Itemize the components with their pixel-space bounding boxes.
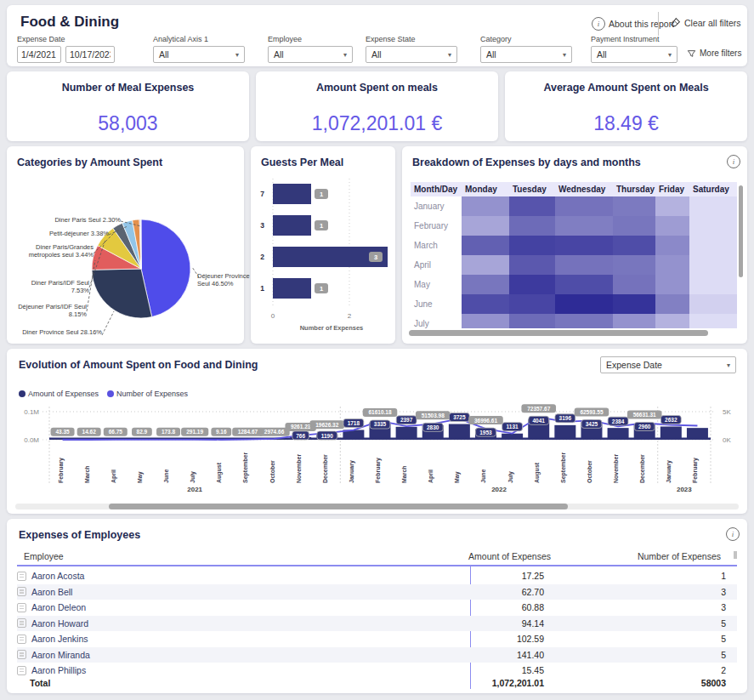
heatmap-month-label[interactable]: April bbox=[411, 255, 462, 275]
table-row[interactable]: Aaron Miranda141.405 bbox=[17, 647, 737, 663]
heatmap-table[interactable]: Month/DayMondayTuesdayWednesdayThursdayF… bbox=[411, 182, 737, 328]
drill-through-icon[interactable] bbox=[17, 635, 26, 644]
heatmap-cell[interactable] bbox=[462, 314, 509, 328]
employee-cell[interactable]: Aaron Howard bbox=[17, 618, 88, 629]
evolution-chart[interactable]: 0.1M0.0M5K0K202120222023FebruaryMarchApr… bbox=[12, 400, 742, 500]
heatmap-cell[interactable] bbox=[613, 255, 655, 275]
heatmap-cell[interactable] bbox=[689, 216, 737, 236]
heatmap-cell[interactable] bbox=[555, 314, 613, 328]
heatmap-cell[interactable] bbox=[509, 216, 555, 236]
heatmap-cell[interactable] bbox=[689, 255, 737, 275]
expense-date-start-input[interactable] bbox=[17, 46, 61, 63]
drill-through-icon[interactable] bbox=[17, 572, 26, 581]
info-icon[interactable]: i bbox=[726, 527, 740, 541]
heatmap-cell[interactable] bbox=[462, 196, 509, 216]
guests-bar[interactable] bbox=[273, 184, 311, 204]
employee-cell[interactable]: Aaron Jenkins bbox=[17, 634, 88, 644]
evolution-bar[interactable] bbox=[449, 424, 470, 440]
heatmap-cell[interactable] bbox=[462, 294, 509, 314]
heatmap-cell[interactable] bbox=[655, 294, 689, 314]
heatmap-cell[interactable] bbox=[613, 314, 655, 328]
heatmap-cell[interactable] bbox=[555, 216, 613, 236]
heatmap-cell[interactable] bbox=[462, 275, 509, 294]
table-row[interactable]: Aaron Deleon60.883 bbox=[17, 600, 737, 616]
employee-cell[interactable]: Aaron Miranda bbox=[17, 650, 90, 660]
guests-bar[interactable] bbox=[273, 278, 311, 299]
heatmap-day-header[interactable]: Monday bbox=[462, 182, 509, 196]
employee-cell[interactable]: Aaron Bell bbox=[17, 587, 72, 597]
heatmap-day-header[interactable]: Friday bbox=[655, 182, 689, 196]
heatmap-cell[interactable] bbox=[655, 255, 689, 275]
guests-bar[interactable] bbox=[273, 215, 311, 236]
employee-cell[interactable]: Aaron Phillips bbox=[17, 665, 86, 675]
heatmap-month-label[interactable]: May bbox=[411, 275, 462, 294]
pie-chart[interactable]: Diner Paris Seul 2.30%Petit-déjeuner 3.3… bbox=[7, 168, 244, 340]
heatmap-vertical-scrollbar[interactable] bbox=[739, 185, 743, 277]
clear-all-filters-button[interactable]: Clear all filters bbox=[670, 17, 741, 28]
table-row[interactable]: Aaron Jenkins102.595 bbox=[17, 631, 737, 647]
heatmap-day-header[interactable]: Thursday bbox=[613, 182, 655, 196]
heatmap-month-label[interactable]: June bbox=[411, 294, 462, 314]
heatmap-cell[interactable] bbox=[689, 314, 737, 328]
heatmap-cell[interactable] bbox=[613, 294, 655, 314]
table-row[interactable]: Aaron Acosta17.251 bbox=[17, 568, 737, 584]
heatmap-cell[interactable] bbox=[509, 196, 555, 216]
more-filters-button[interactable]: More filters bbox=[687, 48, 741, 58]
pie-slice-1[interactable] bbox=[92, 269, 152, 318]
heatmap-cell[interactable] bbox=[555, 255, 613, 275]
guests-bar-chart[interactable]: 0271312311Number of Expenses bbox=[251, 172, 395, 340]
legend-item[interactable]: Amount of Expenses bbox=[19, 390, 99, 398]
drill-through-icon[interactable] bbox=[17, 618, 26, 628]
heatmap-month-label[interactable]: July bbox=[411, 314, 462, 328]
about-report-button[interactable]: i About this report bbox=[592, 17, 674, 31]
drill-through-icon[interactable] bbox=[17, 666, 26, 675]
heatmap-cell[interactable] bbox=[509, 236, 555, 255]
heatmap-cell[interactable] bbox=[555, 275, 613, 294]
drill-through-icon[interactable] bbox=[17, 650, 26, 659]
info-icon[interactable]: i bbox=[727, 155, 740, 168]
heatmap-cell[interactable] bbox=[509, 255, 555, 275]
column-header-number[interactable]: Number of Expenses bbox=[559, 551, 721, 561]
heatmap-cell[interactable] bbox=[689, 294, 737, 314]
heatmap-cell[interactable] bbox=[613, 275, 655, 294]
heatmap-cell[interactable] bbox=[689, 236, 737, 255]
heatmap-cell[interactable] bbox=[509, 275, 555, 294]
column-header-employee[interactable]: Employee bbox=[24, 551, 64, 561]
heatmap-cell[interactable] bbox=[555, 294, 613, 314]
filter-dropdown-category[interactable]: All▾ bbox=[480, 46, 572, 63]
heatmap-cell[interactable] bbox=[613, 216, 655, 236]
heatmap-cell[interactable] bbox=[509, 294, 555, 314]
heatmap-cell[interactable] bbox=[655, 196, 689, 216]
filter-dropdown-employee[interactable]: All▾ bbox=[268, 46, 353, 63]
heatmap-day-header[interactable]: Wednesday bbox=[555, 182, 613, 196]
heatmap-month-label[interactable]: February bbox=[411, 216, 462, 236]
filter-dropdown-expense-state[interactable]: All▾ bbox=[366, 46, 457, 63]
table-row[interactable]: Aaron Bell62.703 bbox=[17, 584, 737, 600]
heatmap-cell[interactable] bbox=[655, 236, 689, 255]
heatmap-cell[interactable] bbox=[655, 314, 689, 328]
evolution-horizontal-scrollbar[interactable] bbox=[109, 504, 568, 509]
evolution-axis-dropdown[interactable]: Expense Date ▾ bbox=[600, 356, 736, 373]
employee-cell[interactable]: Aaron Acosta bbox=[17, 571, 84, 581]
filter-dropdown-analytical-axis-1[interactable]: All▾ bbox=[153, 46, 245, 63]
heatmap-cell[interactable] bbox=[462, 236, 509, 255]
heatmap-cell[interactable] bbox=[462, 216, 509, 236]
heatmap-cell[interactable] bbox=[613, 236, 655, 255]
employee-cell[interactable]: Aaron Deleon bbox=[17, 602, 86, 612]
expense-date-end-input[interactable] bbox=[65, 46, 115, 63]
heatmap-cell[interactable] bbox=[555, 236, 613, 255]
heatmap-cell[interactable] bbox=[655, 216, 689, 236]
heatmap-month-label[interactable]: March bbox=[411, 236, 462, 255]
drill-through-icon[interactable] bbox=[17, 587, 26, 596]
heatmap-cell[interactable] bbox=[689, 196, 737, 216]
heatmap-cell[interactable] bbox=[613, 196, 655, 216]
table-vertical-scrollbar[interactable] bbox=[734, 551, 737, 559]
column-header-amount[interactable]: Amount of Expenses bbox=[381, 551, 551, 561]
filter-dropdown-payment-instrument[interactable]: All▾ bbox=[591, 46, 677, 63]
heatmap-cell[interactable] bbox=[509, 314, 555, 328]
heatmap-cell[interactable] bbox=[689, 275, 737, 294]
heatmap-month-label[interactable]: January bbox=[411, 196, 462, 216]
legend-item[interactable]: Number of Expenses bbox=[107, 390, 188, 398]
heatmap-cell[interactable] bbox=[655, 275, 689, 294]
heatmap-cell[interactable] bbox=[555, 196, 613, 216]
